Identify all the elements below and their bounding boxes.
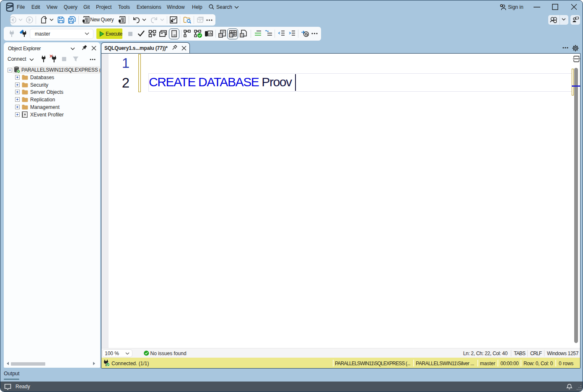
svg-text:01: 01 [241, 34, 244, 37]
svg-text:01: 01 [230, 34, 233, 37]
svg-text:01: 01 [219, 34, 223, 37]
